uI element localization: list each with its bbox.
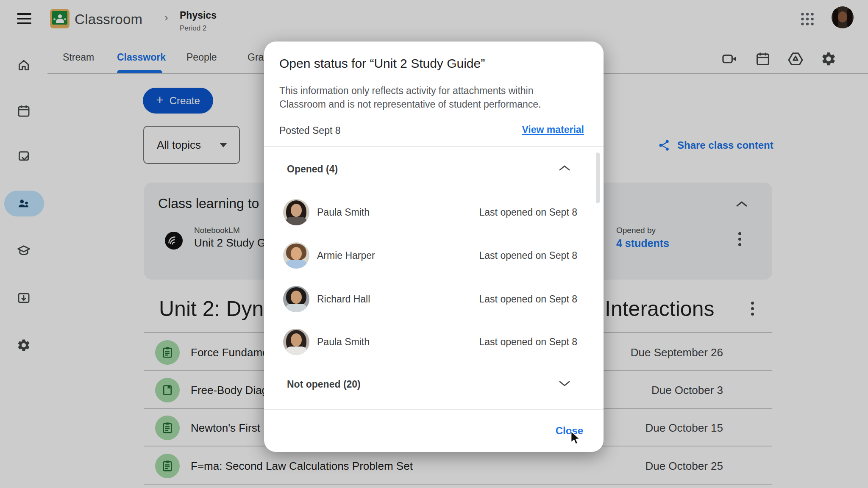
chevron-down-icon[interactable] [558,380,571,387]
opened-section-header[interactable]: Opened (4) [287,164,338,175]
student-row: Paula Smith Last opened on Sept 8 [264,199,604,225]
google-classroom-screen: Classroom › Physics Period 2 Stream Clas… [0,0,868,488]
student-row: Paula Smith Last opened on Sept 8 [264,329,604,355]
student-status: Last opened on Sept 8 [408,250,577,261]
student-name: Richard Hall [317,294,370,305]
student-status: Last opened on Sept 8 [408,336,577,348]
student-name: Armie Harper [317,250,375,261]
student-row: Armie Harper Last opened on Sept 8 [264,242,604,269]
dialog-title: Open status for “Unit 2 Study Guide” [279,56,485,71]
student-row: Richard Hall Last opened on Sept 8 [264,286,604,312]
student-avatar [283,329,309,355]
not-opened-section-header[interactable]: Not opened (20) [287,379,361,390]
dialog-divider [264,146,604,147]
student-status: Last opened on Sept 8 [408,294,577,305]
mouse-pointer-icon [568,430,582,448]
student-status: Last opened on Sept 8 [408,207,577,218]
chevron-up-icon[interactable] [558,164,571,172]
dialog-footer-divider [264,409,604,410]
posted-date: Posted Sept 8 [279,125,341,136]
open-status-dialog: Open status for “Unit 2 Study Guide” Thi… [264,42,604,452]
student-avatar [283,286,309,312]
dialog-description: This information only reflects activity … [279,84,551,111]
student-avatar [283,242,309,269]
dialog-scrollbar-thumb[interactable] [596,152,600,203]
student-name: Paula Smith [317,336,370,348]
view-material-link[interactable]: View material [522,124,584,136]
student-avatar [283,199,309,225]
student-name: Paula Smith [317,207,370,218]
